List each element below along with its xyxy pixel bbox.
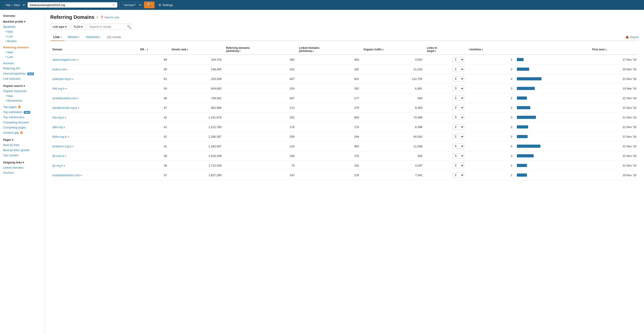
- domain-dropdown-arrow[interactable]: ▾: [65, 155, 66, 157]
- links-to-target-dropdown[interactable]: 2: [452, 163, 464, 168]
- sidebar-item-referring-domains[interactable]: Referring domains: [0, 45, 44, 50]
- domain-link[interactable]: anatolijcardiol.com: [52, 97, 77, 100]
- sidebar-item-referring-lost[interactable]: Lost: [0, 55, 44, 59]
- th-links-to-target[interactable]: Links totarget ℹ: [425, 44, 466, 55]
- links-to-target-dropdown[interactable]: 2: [452, 124, 464, 130]
- links-to-target-dropdown[interactable]: 2: [452, 105, 464, 110]
- sidebar-item-anchors2[interactable]: Anchors: [0, 170, 44, 175]
- sidebar-item-backlinks-lost[interactable]: Lost: [0, 34, 44, 39]
- outgoing-links-section[interactable]: Outgoing links ▾: [0, 159, 44, 165]
- cell-ref-domains: 254: [224, 84, 297, 93]
- th-dr[interactable]: DR ↓ ℹ: [138, 44, 169, 55]
- domain-link[interactable]: kbb.org.tr: [52, 87, 65, 90]
- links-to-target-dropdown[interactable]: 4: [452, 76, 464, 81]
- sidebar-item-referring-new[interactable]: New: [0, 50, 44, 55]
- th-ahrefs-rank[interactable]: Ahrefs rank ℹ: [169, 44, 224, 55]
- sidebar-item-backlinks-broken[interactable]: Broken: [0, 39, 44, 43]
- settings-button[interactable]: ⚙ Settings: [158, 3, 173, 7]
- links-to-target-dropdown[interactable]: 3: [452, 86, 464, 91]
- links-to-target-dropdown[interactable]: 1: [452, 57, 464, 62]
- domain-dropdown-arrow[interactable]: ▾: [77, 97, 78, 100]
- sidebar-item-linked-domains[interactable]: Linked domains: [0, 165, 44, 170]
- clear-icon[interactable]: ✕: [112, 3, 115, 7]
- search-results-button[interactable]: 🔍: [127, 25, 131, 29]
- domain-dropdown-arrow[interactable]: ▾: [64, 126, 65, 129]
- sidebar-item-internal-backlinks[interactable]: Internal backlinks NEW: [0, 71, 44, 76]
- sidebar-item-organic-movements[interactable]: Movements: [0, 98, 44, 103]
- th-ref-domains[interactable]: Referring domains(dofollow) ℹ: [224, 44, 297, 55]
- th-organic-traffic[interactable]: Organic traffic ℹ: [361, 44, 425, 55]
- sidebar-item-organic-new[interactable]: New: [0, 94, 44, 98]
- domain-dropdown-arrow[interactable]: ▾: [72, 145, 74, 148]
- sidebar-item-best-by-links-growth[interactable]: Best by links' growth: [0, 148, 44, 153]
- domain-link[interactable]: tjtes.org: [52, 125, 63, 129]
- domain-dropdown-arrow[interactable]: ▾: [64, 165, 65, 167]
- sidebar-item-link-intersect[interactable]: Link intersect: [0, 76, 44, 81]
- pages-section[interactable]: Pages ▾: [0, 137, 44, 142]
- links-to-target-dropdown[interactable]: 3: [452, 115, 464, 120]
- tab-historical[interactable]: Historical ℹ: [82, 33, 103, 41]
- domain-link[interactable]: turkderm.org.tr: [52, 145, 72, 148]
- sidebar-item-top-pages[interactable]: Top pages 🔥: [0, 104, 44, 110]
- url-input[interactable]: [30, 3, 111, 7]
- cell-organic-traffic: 11,310: [361, 64, 425, 74]
- links-to-target-dropdown[interactable]: 2: [452, 95, 464, 101]
- sidebar-item-competing-pages[interactable]: Competing pages: [0, 125, 44, 130]
- domain-link[interactable]: tjh.com.tr: [52, 154, 64, 158]
- sidebar-item-anchors[interactable]: Anchors: [0, 61, 44, 66]
- domain-link[interactable]: psikiyatri.org.tr: [52, 77, 72, 81]
- cell-links-to-target: 3: [425, 113, 466, 122]
- domain-dropdown-arrow[interactable]: ▾: [72, 78, 73, 80]
- links-to-target-dropdown[interactable]: 4: [452, 144, 464, 149]
- domain-dropdown-arrow[interactable]: ▾: [65, 116, 66, 119]
- sidebar-item-backlinks[interactable]: Backlinks: [0, 24, 44, 29]
- export-button[interactable]: 📥 Export: [626, 35, 638, 39]
- domain-link[interactable]: tkbbv.org.tr: [52, 135, 67, 138]
- th-linked-domains[interactable]: Linked domains(dofollow) ℹ: [297, 44, 361, 55]
- domain-link[interactable]: lookus.net: [52, 68, 66, 71]
- search-results-input[interactable]: [87, 24, 132, 30]
- domain-dropdown-arrow[interactable]: ▾: [81, 174, 82, 177]
- info-icon[interactable]: ℹ: [97, 15, 98, 19]
- cell-bar: [514, 142, 590, 151]
- backlink-profile-section[interactable]: Backlink profile ▾: [0, 18, 44, 24]
- domain-dropdown-arrow[interactable]: ▾: [66, 88, 67, 90]
- sidebar-item-best-by-links[interactable]: Best by links: [0, 142, 44, 148]
- overview-link[interactable]: Overview: [0, 12, 44, 18]
- domain-filter-select[interactable]: *.domain/* domain/* exact URL: [119, 2, 142, 8]
- links-to-target-dropdown[interactable]: 2: [452, 134, 464, 139]
- domain-dropdown-arrow[interactable]: ▾: [78, 107, 79, 109]
- tab-recent[interactable]: Recent ℹ: [64, 33, 82, 41]
- sidebar-item-top-subfolders[interactable]: Top subfolders NEW: [0, 110, 44, 115]
- sidebar-item-referring-ips[interactable]: Referring IPs: [0, 66, 44, 71]
- how-to-use-link[interactable]: ❓ How to use: [100, 16, 119, 19]
- search-button[interactable]: 🔍: [144, 1, 154, 8]
- domain-link[interactable]: tjn.org.tr: [52, 164, 63, 167]
- sidebar-item-top-content[interactable]: Top content: [0, 153, 44, 158]
- sidebar-item-backlinks-new[interactable]: New: [0, 29, 44, 34]
- domain-dropdown-arrow[interactable]: ▾: [68, 136, 69, 138]
- domain-dropdown-arrow[interactable]: ▾: [77, 59, 78, 61]
- domain-link[interactable]: abstractagent.com: [52, 58, 76, 61]
- sidebar-item-content-gap[interactable]: Content gap 🔥: [0, 130, 44, 135]
- th-first-seen[interactable]: First seen ℹ: [590, 44, 638, 55]
- th-dofollow[interactable]: / dofollow ℹ: [466, 44, 514, 55]
- cell-ref-domains: 382: [224, 55, 297, 64]
- tlds-button[interactable]: TLDs ▾: [71, 24, 86, 30]
- sidebar-item-competing-domains[interactable]: Competing domains: [0, 120, 44, 125]
- domain-link[interactable]: thd.org.tr: [52, 116, 64, 119]
- cell-linked-domains: 170: [297, 122, 361, 132]
- protocol-select[interactable]: http + https http https: [3, 2, 26, 8]
- tab-live[interactable]: Live ℹ: [50, 33, 64, 41]
- sidebar-item-organic-keywords[interactable]: Organic keywords: [0, 88, 44, 94]
- domain-dropdown-arrow[interactable]: ▾: [66, 68, 68, 71]
- link-type-button[interactable]: Link type ▾: [50, 24, 69, 30]
- domain-link[interactable]: plastikcerrahi.org.tr: [52, 106, 77, 110]
- links-to-target-dropdown[interactable]: 2: [452, 172, 464, 178]
- th-domain[interactable]: Domain: [50, 44, 138, 55]
- sidebar-item-top-subdomains[interactable]: Top subdomains: [0, 115, 44, 120]
- organic-search-section[interactable]: Organic search ▾: [0, 83, 44, 88]
- links-to-target-dropdown[interactable]: 2: [452, 66, 464, 72]
- links-to-target-dropdown[interactable]: 3: [452, 153, 464, 159]
- domain-link[interactable]: turkpediatriarsivi.com: [52, 173, 80, 177]
